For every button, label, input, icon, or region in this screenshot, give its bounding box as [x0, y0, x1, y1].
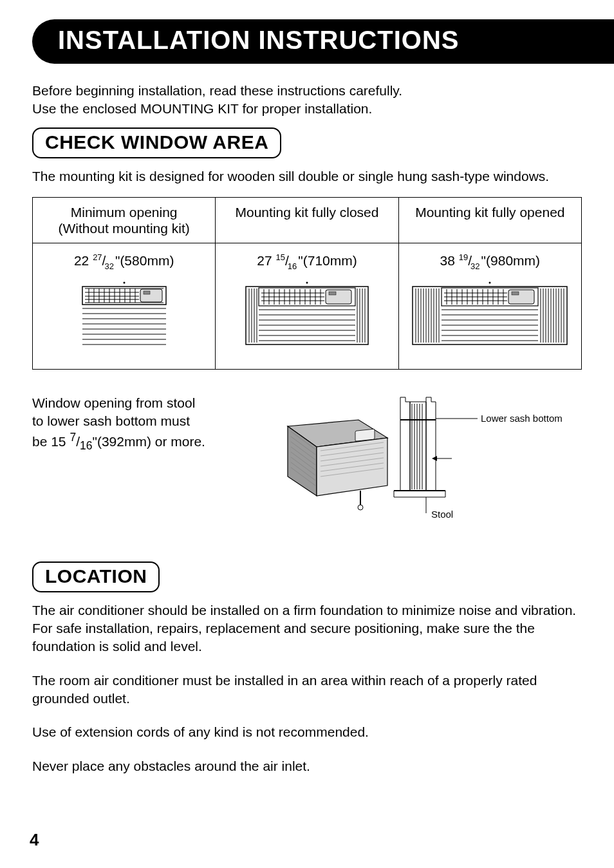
section-heading-location: LOCATION: [32, 561, 160, 592]
svg-rect-54: [329, 292, 336, 295]
table-cell-1: 27 15/16"(710mm): [216, 243, 398, 369]
table-cell-0: 22 27/32"(580mm): [33, 243, 216, 369]
location-p2: The room air conditioner must be install…: [32, 672, 582, 708]
measure-2-den: 32: [470, 261, 479, 271]
measure-1-whole: 27: [257, 253, 272, 268]
measure-1-num: 15: [275, 252, 284, 262]
header-0-l1: Minimum opening: [71, 205, 178, 220]
stool-num: 7: [70, 431, 76, 444]
svg-point-27: [306, 281, 308, 283]
svg-marker-116: [432, 456, 437, 461]
measure-1: 27 15/16"(710mm): [221, 252, 393, 270]
location-p1: The air conditioner should be installed …: [32, 601, 582, 656]
measure-2-mm: (980mm): [486, 253, 540, 268]
measure-0: 22 27/32"(580mm): [38, 252, 210, 270]
stool-l1: Window opening from stool: [32, 395, 195, 410]
window-illustration-open: [404, 280, 576, 357]
location-heading: LOCATION: [45, 565, 147, 587]
measure-2-num: 19: [459, 252, 468, 262]
measure-0-num: 27: [93, 252, 102, 262]
stool-row: Window opening from stool to lower sash …: [32, 394, 582, 523]
stool-den: 16: [80, 439, 92, 452]
svg-rect-18: [144, 291, 150, 294]
stool-l2: to lower sash bottom must: [32, 413, 190, 428]
stool-illustration: Lower sash bottom Stool: [251, 394, 582, 523]
stool-l3-pre: be 15: [32, 434, 70, 449]
stool-text: Window opening from stool to lower sash …: [32, 394, 225, 455]
page-number: 4: [30, 830, 39, 850]
table-cell-2: 38 19/32"(980mm): [398, 243, 581, 369]
location-p4: Never place any obstacles around the air…: [32, 757, 582, 775]
window-spec-table: Minimum opening (Without mounting kit) M…: [32, 197, 582, 370]
measure-1-den: 16: [288, 261, 297, 271]
location-p3: Use of extension cords of any kind is no…: [32, 723, 582, 741]
measure-0-den: 32: [104, 261, 113, 271]
window-illustration-closed: [221, 280, 393, 357]
window-illustration-min: [38, 280, 210, 357]
check-window-heading: CHECK WINDOW AREA: [45, 131, 268, 153]
page-title: INSTALLATION INSTRUCTIONS: [58, 26, 595, 55]
check-window-desc: The mounting kit is designed for wooden …: [32, 167, 582, 185]
stool-l3-post: "(392mm) or more.: [92, 434, 205, 449]
location-body: The air conditioner should be installed …: [32, 601, 582, 775]
header-2-l1: Mounting kit fully opened: [415, 205, 564, 220]
svg-rect-136: [355, 429, 375, 441]
measure-0-whole: 22: [74, 253, 89, 268]
measure-2-whole: 38: [440, 253, 455, 268]
svg-rect-101: [512, 292, 519, 295]
measure-1-mm: (710mm): [303, 253, 357, 268]
label-stool: Stool: [431, 509, 453, 520]
measure-0-mm: (580mm): [120, 253, 174, 268]
table-header-2: Mounting kit fully opened: [398, 198, 581, 243]
table-header-1: Mounting kit fully closed: [216, 198, 398, 243]
measure-2: 38 19/32"(980mm): [404, 252, 576, 270]
svg-point-0: [123, 281, 125, 283]
svg-point-138: [358, 505, 363, 510]
section-heading-check-window: CHECK WINDOW AREA: [32, 127, 281, 158]
intro-line2: Use the enclosed MOUNTING KIT for proper…: [32, 101, 372, 116]
table-header-0: Minimum opening (Without mounting kit): [33, 198, 216, 243]
svg-point-62: [489, 281, 491, 283]
header-0-l2: (Without mounting kit): [59, 221, 190, 236]
page-title-bar: INSTALLATION INSTRUCTIONS: [32, 19, 614, 64]
intro-line1: Before beginning installation, read thes…: [32, 83, 402, 98]
label-lower-sash: Lower sash bottom: [481, 413, 563, 424]
intro-text: Before beginning installation, read thes…: [32, 82, 582, 118]
header-1-l1: Mounting kit fully closed: [236, 205, 379, 220]
